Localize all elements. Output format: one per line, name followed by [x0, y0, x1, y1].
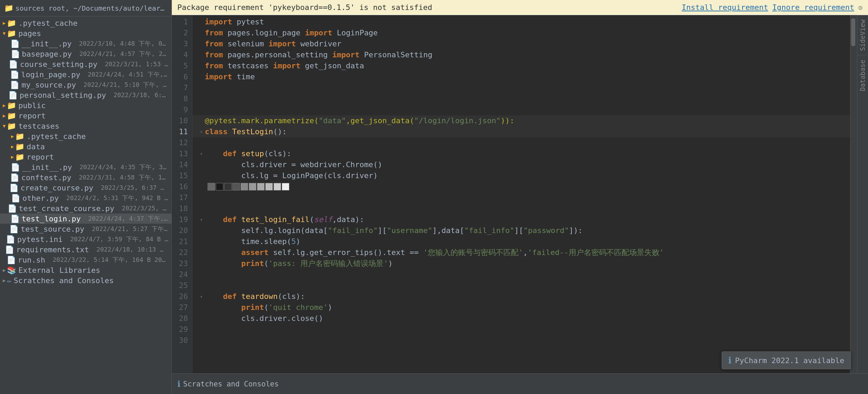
- fold-icon-19[interactable]: ▾: [198, 214, 205, 225]
- color-swatch[interactable]: [265, 183, 273, 190]
- pycharm-notif-text: PyCharm 2022.1 available: [735, 356, 844, 365]
- color-swatch[interactable]: [224, 183, 232, 190]
- file-icon: 📄: [8, 204, 17, 213]
- sidebar-item-pytest_ini[interactable]: 📄pytest.ini 2022/4/7, 3:59 下午, 84 B 2022…: [0, 234, 171, 244]
- library-icon: 📚: [7, 266, 16, 275]
- ignore-requirement-link[interactable]: Ignore requirement: [772, 3, 854, 12]
- sidebar-item-init_tc[interactable]: 📄__init__.py 2022/4/24, 4:35 下午, 385 B 1…: [0, 162, 171, 172]
- color-swatch[interactable]: [241, 183, 248, 190]
- tree-label: __init__.py: [22, 163, 72, 172]
- sidebar-item-my_source[interactable]: 📄my_source.py 2022/4/21, 5:10 下午, 3.05 k…: [0, 80, 171, 90]
- sidebar-item-basepage[interactable]: 📄basepage.py 2022/4/21, 4:57 下午, 2.83 kB…: [0, 49, 171, 59]
- main-editor: Package requirement 'pykeyboard==0.1.5' …: [172, 0, 868, 394]
- tree-label: login_page.py: [21, 70, 80, 79]
- color-swatch[interactable]: [208, 183, 215, 190]
- scratches-label[interactable]: Scratches and Consoles: [183, 380, 279, 388]
- sidebar-item-init_pages[interactable]: 📄__init__.py 2022/3/10, 4:48 下午, 0 B 202…: [0, 38, 171, 49]
- line-number-19: 19: [172, 214, 188, 225]
- file-icon: 📄: [10, 81, 19, 89]
- sidebar-item-data[interactable]: ▶📁data: [0, 141, 171, 152]
- fold-icon-13[interactable]: ▾: [198, 148, 205, 159]
- sidebar-item-public[interactable]: ▶📁public: [0, 100, 171, 111]
- sidebar-item-test_source[interactable]: 📄test_source.py 2022/4/21, 5:27 下午, 2.81…: [0, 224, 171, 234]
- sidebar-item-report_tc[interactable]: ▶📁report: [0, 152, 171, 162]
- scratches-icon: ℹ: [177, 379, 180, 389]
- tree-label: test_source.py: [21, 225, 84, 233]
- code-line-29: [192, 324, 850, 335]
- tree-label: course_setting.py: [20, 60, 97, 69]
- code-line-11: ▾class TestLogin():: [192, 126, 850, 137]
- tree-label: basepage.py: [22, 50, 72, 58]
- color-swatch[interactable]: [216, 183, 223, 190]
- line-number-22: 22: [172, 247, 188, 258]
- sidebar-item-test_login[interactable]: 📄test_login.py 2022/4/24, 4:37 下午, 2.6 k…: [0, 213, 171, 224]
- line-number-6: 6: [172, 71, 188, 82]
- file-icon: 📄: [11, 50, 20, 58]
- line-number-16: 16: [172, 181, 188, 192]
- file-icon: 📄: [9, 60, 18, 69]
- notification-bar: Package requirement 'pykeyboard==0.1.5' …: [172, 0, 868, 15]
- database-tab[interactable]: Database: [857, 55, 868, 95]
- tree-meta: 2022/3/25, 6:37 下午, 1 kB 2022/4/: [114, 204, 169, 212]
- color-swatch[interactable]: [274, 183, 281, 190]
- file-icon: 📄: [5, 245, 14, 254]
- code-line-2: from pages.login_page import LoginPage: [192, 27, 850, 38]
- line-number-20: 20: [172, 225, 188, 236]
- line-number-24: 24: [172, 269, 188, 280]
- file-icon: 📄: [11, 194, 20, 202]
- sidebar-item-conftest[interactable]: 📄conftest.py 2022/3/31, 4:58 下午, 139 B 2…: [0, 172, 171, 183]
- tree-meta: 2022/4/24, 4:37 下午, 2.6 kB Moments ago: [81, 215, 169, 223]
- tree-meta: 2022/4/24, 4:35 下午, 385 B 18 minutes ago: [72, 163, 169, 171]
- scratches-tree-icon: ✏: [7, 276, 11, 285]
- sidebar-item-pages[interactable]: ▼📁pages: [0, 28, 171, 38]
- sidebar-item-external_libraries[interactable]: ▶📚External Libraries: [0, 265, 171, 275]
- sidebar-item-pytest_cache_root[interactable]: ▶📁.pytest_cache: [0, 18, 171, 28]
- tree-label: run.sh: [18, 256, 45, 264]
- sidebar-item-pytest_cache_tc[interactable]: ▶📁.pytest_cache: [0, 131, 171, 141]
- fold-icon-26[interactable]: ▾: [198, 291, 205, 302]
- color-swatch[interactable]: [257, 183, 265, 190]
- side-tabs-panel: SideView Database: [857, 15, 868, 373]
- pycharm-notification: ℹ PyCharm 2022.1 available: [722, 351, 851, 369]
- tree-label: report: [18, 112, 45, 120]
- sidebar-item-login_page[interactable]: 📄login_page.py 2022/4/24, 4:51 下午, 1.11 …: [0, 69, 171, 80]
- code-line-19: ▾ def test_login_fail(self,data):: [192, 214, 850, 225]
- sideview-tab[interactable]: SideView: [857, 15, 868, 55]
- code-line-4: from pages.personal_setting import Perso…: [192, 49, 850, 60]
- sidebar-item-requirements[interactable]: 📄requirements.txt 2022/4/18, 10:13 上午, 7…: [0, 244, 171, 255]
- tree-meta: 2022/4/21, 5:10 下午, 3.05 kB Today 3:40 下: [76, 81, 169, 89]
- scrollbar[interactable]: [850, 15, 857, 373]
- line-number-4: 4: [172, 49, 188, 60]
- sidebar-item-run_sh[interactable]: 📄run.sh 2022/3/22, 5:14 下午, 164 B 2022/4…: [0, 255, 171, 265]
- sidebar-item-testcases[interactable]: ▼📁testcases: [0, 121, 171, 131]
- line-numbers: 1234567891011121314151617181920212223242…: [172, 15, 192, 373]
- line-number-30: 30: [172, 335, 188, 346]
- code-area[interactable]: import pytestfrom pages.login_page impor…: [192, 15, 850, 373]
- sidebar-item-other[interactable]: 📄other.py 2022/4/2, 5:31 下午, 942 B 2022/…: [0, 193, 171, 203]
- tree-label: report: [26, 153, 54, 161]
- color-swatch[interactable]: [232, 183, 240, 190]
- code-line-12: [192, 137, 850, 148]
- sidebar-item-scratches[interactable]: ▶✏Scratches and Consoles: [0, 275, 171, 286]
- color-swatch[interactable]: [282, 183, 289, 190]
- code-line-9: [192, 104, 850, 115]
- fold-icon-11[interactable]: ▾: [198, 126, 205, 137]
- settings-gear-icon[interactable]: ⚙: [858, 3, 863, 12]
- sidebar-item-test_create_course[interactable]: 📄test_create_course.py 2022/3/25, 6:37 下…: [0, 203, 171, 213]
- tree-label: Scratches and Consoles: [14, 276, 114, 285]
- code-line-5: from testcases import get_json_data: [192, 60, 850, 71]
- color-swatch[interactable]: [249, 183, 256, 190]
- tree-meta: 2022/3/21, 1:53 下午, 1.33 kB 2022/4/2: [97, 60, 169, 68]
- code-line-30: [192, 335, 850, 346]
- tree-label: __init__.py: [22, 39, 72, 48]
- line-number-13: 13: [172, 148, 188, 159]
- tree-meta: 2022/4/21, 5:27 下午, 2.81 kB 2022/4/21, 6: [85, 225, 169, 233]
- sidebar-item-create_course[interactable]: 📄create_course.py 2022/3/25, 6:37 下午, 1.…: [0, 183, 171, 193]
- folder-icon: 📁: [4, 4, 13, 12]
- code-line-10: @pytest.mark.parametrize("data",get_json…: [192, 115, 850, 126]
- tree-label: requirements.txt: [16, 245, 89, 254]
- sidebar-item-course_setting[interactable]: 📄course_setting.py 2022/3/21, 1:53 下午, 1…: [0, 59, 171, 69]
- install-requirement-link[interactable]: Install requirement: [682, 3, 768, 12]
- sidebar-item-report[interactable]: ▶📁report: [0, 111, 171, 121]
- sidebar-item-personal_setting[interactable]: 📄personal_setting.py 2022/3/18, 6:15 下午,…: [0, 90, 171, 100]
